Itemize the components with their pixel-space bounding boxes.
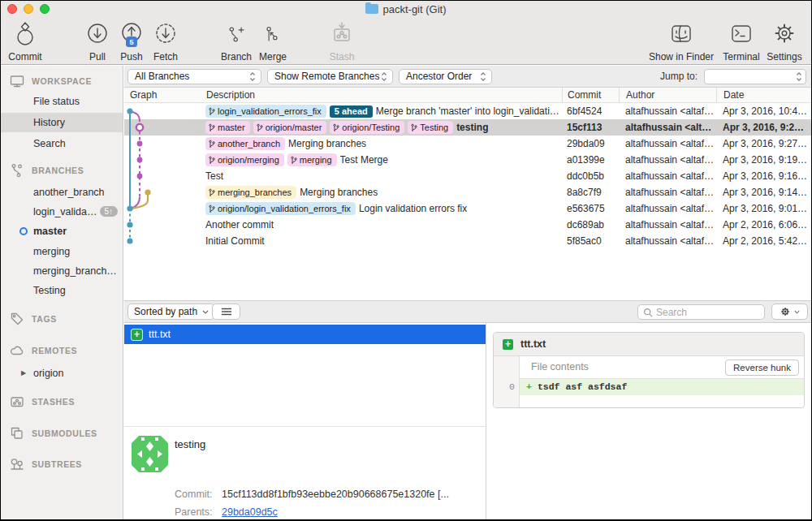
file-list-toolbar: Sorted by path (124, 300, 811, 323)
push-count-badge: 5 (129, 38, 133, 46)
merge-button[interactable]: Merge (253, 21, 292, 62)
diff-line-number: 0 (494, 379, 515, 395)
commit-row[interactable]: origion/mergingmergingTest Mergea01399ea… (124, 152, 811, 168)
parent-commit-link[interactable]: 29bda09d5c (222, 506, 278, 518)
sidebar-branch-login-validation[interactable]: login_valida…5↑ (1, 202, 123, 222)
commit-row[interactable]: masterorigion/masterorigion/TestingTesti… (124, 119, 811, 136)
list-view-button[interactable] (212, 304, 240, 320)
subtree-icon (10, 457, 24, 471)
file-search-field[interactable] (637, 304, 765, 320)
sidebar-section-subtrees[interactable]: SUBTREES (1, 457, 123, 471)
identicon-avatar (132, 436, 168, 472)
sidebar-item-search[interactable]: Search (1, 134, 123, 153)
titlebar: packt-git (Git) (1, 1, 811, 19)
chevron-down-icon (794, 310, 800, 314)
branch-button[interactable]: Branch (215, 21, 257, 62)
commit-label: Commit: (175, 489, 222, 500)
commit-hash: 6bf4524 (562, 105, 619, 117)
sidebar-section-remotes[interactable]: REMOTES (1, 343, 123, 358)
sidebar-section-submodules[interactable]: SUBMODULES (1, 426, 123, 441)
sidebar-section-workspace[interactable]: WORKSPACE (1, 74, 123, 88)
tag-icon (10, 312, 24, 326)
commit-row[interactable]: merging_branchesMerging branches8a8c7f9a… (124, 184, 811, 200)
diff-file-name: ttt.txt (520, 338, 546, 350)
sidebar-section-tags[interactable]: TAGS (1, 312, 123, 326)
search-input[interactable] (656, 307, 759, 318)
commit-row[interactable]: another_branchMerging branches29bda09alt… (124, 136, 811, 152)
sidebar-remote-origion[interactable]: ▶origion (1, 364, 123, 383)
commit-author: altafhussain <altaf… (619, 138, 716, 149)
column-header-author[interactable]: Author (619, 88, 716, 102)
order-select[interactable]: Ancestor Order (399, 69, 492, 84)
sidebar-branch-another-branch[interactable]: another_branch (1, 183, 123, 202)
show-in-finder-button[interactable]: Show in Finder (645, 21, 718, 62)
sidebar-item-file-status[interactable]: File status (1, 92, 123, 111)
column-header-graph[interactable]: Graph (124, 88, 201, 102)
commit-hash: a01399e (562, 154, 619, 166)
file-actions-button[interactable] (771, 304, 808, 320)
fetch-button[interactable]: Fetch (148, 21, 184, 62)
description-cell: login_validation_errors_fix5 aheadMerge … (201, 105, 562, 118)
commit-hash: 8a8c7f9 (562, 187, 619, 198)
sidebar-branch-master[interactable]: master (1, 222, 123, 241)
commit-date: Apr 3, 2016, 10:4… (716, 105, 811, 117)
stash-icon (322, 21, 361, 52)
branch-filter-select[interactable]: All Branches (127, 69, 261, 84)
commit-message: Test (205, 170, 223, 182)
stash-button[interactable]: Stash (322, 21, 361, 62)
merge-icon (253, 21, 292, 52)
ahead-count-pill: 5↑ (100, 206, 119, 217)
commit-message: Test Merge (340, 154, 388, 166)
commit-message: Merging branches (300, 187, 378, 198)
diff-file-header[interactable]: + ttt.txt (494, 333, 804, 356)
parents-label: Parents: (175, 506, 222, 518)
graph-cell (124, 136, 201, 152)
jump-to-combo[interactable] (704, 69, 806, 84)
description-cell: merging_branchesMerging branches (201, 186, 562, 199)
sidebar-section-branches[interactable]: BRANCHES (1, 163, 123, 178)
commit-author: altafhussain <altaf… (619, 203, 716, 214)
column-header-description[interactable]: Description (201, 88, 562, 102)
branch-icon (215, 21, 257, 52)
commit-row[interactable]: login_validation_errors_fix5 aheadMerge … (124, 103, 811, 119)
branch-tag: Testing (408, 121, 453, 134)
diff-line: 0+tsdf asf asfdsaf (494, 379, 804, 395)
disclosure-triangle-icon[interactable]: ▶ (21, 364, 26, 383)
commit-row[interactable]: Testddc0b5baltafhussain <altaf…Apr 3, 20… (124, 168, 811, 184)
sidebar-branch-merging[interactable]: merging (1, 242, 123, 261)
commit-date: Apr 3, 2016, 9:19… (716, 154, 811, 166)
remote-branches-select[interactable]: Show Remote Branches (267, 69, 393, 84)
commit-message: Login validation errors fix (359, 203, 467, 214)
commit-button[interactable]: Commit (6, 21, 45, 62)
settings-button[interactable]: Settings (761, 21, 808, 62)
commit-rows: login_validation_errors_fix5 aheadMerge … (124, 103, 811, 249)
column-header-date[interactable]: Date (716, 88, 811, 102)
graph-cell (124, 217, 201, 233)
terminal-button[interactable]: Terminal (717, 21, 766, 62)
sidebar-section-stashes[interactable]: STASHES (1, 394, 123, 409)
reverse-hunk-button[interactable]: Reverse hunk (725, 360, 799, 376)
branch-tag: master (205, 121, 250, 134)
pull-button[interactable]: Pull (81, 21, 114, 62)
sort-by-path-button[interactable]: Sorted by path (127, 304, 215, 320)
sidebar-branch-testing[interactable]: Testing (1, 281, 123, 300)
commit-row[interactable]: Another commitdc689abaltafhussain <altaf… (124, 217, 811, 233)
sidebar: WORKSPACE File status History Search BRA… (1, 66, 123, 519)
description-cell: another_branchMerging branches (201, 137, 562, 150)
sidebar-branch-merging-branches[interactable]: merging_branch… (1, 261, 123, 281)
column-header-commit[interactable]: Commit (562, 88, 619, 102)
commit-row[interactable]: origion/login_validation_errors_fixLogin… (124, 200, 811, 217)
app-window: packt-git (Git) Commit Pull 5 Push Fetch… (1, 1, 811, 519)
commit-author: altafhussain <altaf… (619, 235, 716, 247)
commit-date: Apr 3, 2016, 9:16… (716, 170, 811, 182)
sidebar-item-history[interactable]: History (1, 113, 123, 132)
filter-bar: All Branches Show Remote Branches Ancest… (124, 66, 811, 88)
added-file-icon: + (131, 329, 143, 341)
commit-row[interactable]: Initial Commit5f85ac0altafhussain <altaf… (124, 233, 811, 249)
file-row[interactable]: +ttt.txt (124, 325, 486, 344)
commit-message: Initial Commit (205, 235, 265, 247)
commit-message: testing (456, 122, 488, 133)
push-button[interactable]: 5 Push (115, 21, 148, 62)
list-view-icon (221, 308, 232, 316)
diff-line-text: +tsdf asf asfdsaf (520, 379, 804, 395)
